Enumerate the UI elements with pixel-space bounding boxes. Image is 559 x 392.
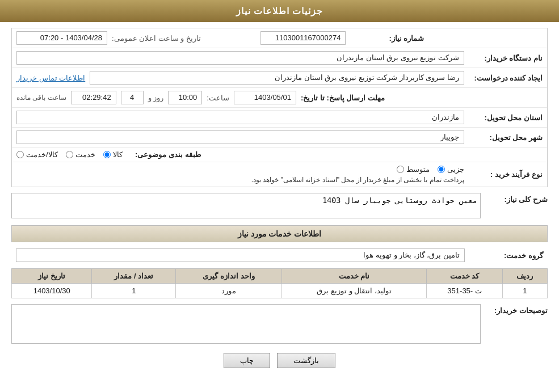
radio-kala-item: کالا bbox=[103, 150, 123, 159]
btn-print[interactable]: چاپ bbox=[224, 353, 270, 368]
nooe-farayand-row: نوع فرآیند خرید : متوسط جزیی پرداخت تمام… bbox=[12, 162, 547, 187]
radio-motevasset[interactable] bbox=[397, 166, 404, 173]
radio-jozee[interactable] bbox=[438, 166, 445, 173]
koll-desc: پرداخت تمام یا بخشی از مبلغ خریدار از مح… bbox=[16, 176, 464, 184]
mohlat-row: مهلت ارسال پاسخ: تا تاریخ: 1403/05/01 سا… bbox=[12, 88, 547, 108]
content-area: شماره نیاز: 1103001167000274 تاریخ و ساع… bbox=[0, 22, 559, 380]
page-wrapper: جزئیات اطلاعات نیاز شماره نیاز: 11030011… bbox=[0, 0, 559, 392]
shahr-value: جویبار bbox=[16, 130, 464, 144]
radio-khedmat[interactable] bbox=[66, 151, 73, 158]
table-body: 1ت -35-351تولید، انتقال و توزیع برقمورد1… bbox=[12, 284, 548, 298]
tosifat-textarea[interactable] bbox=[11, 304, 481, 344]
radio-jozee-item: جزیی bbox=[438, 165, 464, 174]
farayand-radio-group: متوسط جزیی bbox=[16, 165, 464, 174]
col-tarikh: تاریخ نیاز bbox=[12, 269, 92, 284]
mohlat-saat-label: ساعت: bbox=[207, 94, 229, 102]
mohlat-saat-mande: 02:29:42 bbox=[71, 91, 116, 104]
radio-kala-label: کالا bbox=[113, 150, 123, 159]
btn-back[interactable]: بازگشت bbox=[277, 353, 335, 368]
shahr-row: شهر محل تحویل: جویبار bbox=[12, 128, 547, 147]
ettelaat-tamas-link[interactable]: اطلاعات تماس خریدار bbox=[16, 74, 85, 82]
table-row: 1ت -35-351تولید، انتقال و توزیع برقمورد1… bbox=[12, 284, 548, 298]
cell-kod: ت -35-351 bbox=[427, 284, 502, 298]
radio-khedmat-label: خدمت bbox=[75, 150, 95, 159]
group-khadamat-value: تامین برق، گاز، بخار و تهویه هوا bbox=[16, 248, 465, 262]
ostan-value: مازندران bbox=[16, 111, 464, 124]
col-radif: ردیف bbox=[502, 269, 547, 284]
tabaqe-radio-group: کالا/خدمت خدمت کالا bbox=[16, 150, 123, 159]
radio-kala[interactable] bbox=[103, 151, 111, 158]
nam-dastgah-value: شرکت توزیع نیروی برق استان مازندران bbox=[16, 51, 464, 65]
tosifat-section: توصیحات خریدار: bbox=[11, 304, 548, 344]
col-vahed: واحد اندازه گیری bbox=[176, 269, 281, 284]
cell-nam: تولید، انتقال و توزیع برق bbox=[281, 284, 427, 298]
khadamat-table-section: ردیف کد خدمت نام خدمت واحد اندازه گیری ت… bbox=[11, 268, 548, 298]
cell-tarikh: 1403/10/30 bbox=[12, 284, 92, 298]
ejad-row: ایجاد کننده درخواست: رضا سروی کاربرداز ش… bbox=[12, 68, 547, 88]
cell-tedad: 1 bbox=[92, 284, 176, 298]
page-title: جزئیات اطلاعات نیاز bbox=[236, 6, 323, 16]
mohlat-roz-label: روز و bbox=[148, 94, 164, 102]
mohlat-saat: 10:00 bbox=[168, 91, 202, 104]
nam-dastgah-row: نام دستگاه خریدار: شرکت توزیع نیروی برق … bbox=[12, 48, 547, 68]
radio-jozee-label: جزیی bbox=[447, 165, 464, 174]
bottom-buttons: بازگشت چاپ bbox=[11, 353, 548, 368]
radio-khedmat-item: خدمت bbox=[66, 150, 95, 159]
shomara-niaz-value: 1103001167000274 bbox=[260, 31, 346, 45]
shahr-label: شهر محل تحویل: bbox=[469, 133, 543, 142]
page-header: جزئیات اطلاعات نیاز bbox=[0, 0, 559, 22]
tabaqe-label: طبقه بندی موضوعی: bbox=[127, 150, 201, 159]
tabaqe-row: طبقه بندی موضوعی: کالا/خدمت خدمت کالا bbox=[12, 147, 547, 162]
main-form-section: شماره نیاز: 1103001167000274 تاریخ و ساع… bbox=[11, 28, 548, 187]
group-khadamat-row: گروه خدمت: تامین برق، گاز، بخار و تهویه … bbox=[11, 246, 548, 265]
group-khadamat-label: گروه خدمت: bbox=[469, 251, 543, 260]
table-header-row: ردیف کد خدمت نام خدمت واحد اندازه گیری ت… bbox=[12, 269, 548, 284]
col-nam: نام خدمت bbox=[281, 269, 427, 284]
radio-kala-khedmat-label: کالا/خدمت bbox=[26, 150, 58, 159]
sharh-section: شرح کلی نیاز: معین حوادث روستایی جویبار … bbox=[11, 193, 548, 218]
sharh-label: شرح کلی نیاز: bbox=[485, 193, 548, 204]
cell-vahed: مورد bbox=[176, 284, 281, 298]
mohlat-roz: 4 bbox=[121, 91, 144, 104]
nooe-farayand-label: نوع فرآیند خرید : bbox=[469, 170, 543, 179]
tarikh-elan-value: 1403/04/28 - 07:20 bbox=[16, 31, 107, 45]
radio-kala-khedmat[interactable] bbox=[16, 151, 24, 158]
shomara-niaz-label: شماره نیاز: bbox=[350, 34, 424, 43]
col-tedad: تعداد / مقدار bbox=[92, 269, 176, 284]
ostan-label: استان محل تحویل: bbox=[469, 113, 543, 122]
ejad-value: رضا سروی کاربرداز شرکت توزیع نیروی برق ا… bbox=[90, 71, 464, 85]
tarikh-elan-label: تاریخ و ساعت اعلان عمومی: bbox=[112, 34, 201, 43]
mohlat-label: مهلت ارسال پاسخ: تا تاریخ: bbox=[301, 94, 385, 102]
cell-radif: 1 bbox=[502, 284, 547, 298]
nam-dastgah-label: نام دستگاه خریدار: bbox=[469, 54, 543, 62]
radio-motevasset-item: متوسط bbox=[397, 165, 430, 174]
khadamat-table: ردیف کد خدمت نام خدمت واحد اندازه گیری ت… bbox=[11, 268, 548, 298]
radio-motevasset-label: متوسط bbox=[406, 165, 430, 174]
mohlat-date: 1403/05/01 bbox=[234, 91, 296, 104]
shomara-row: شماره نیاز: 1103001167000274 تاریخ و ساع… bbox=[12, 28, 547, 48]
ostan-row: استان محل تحویل: مازندران bbox=[12, 108, 547, 128]
khadamat-section-title: اطلاعات خدمات مورد نیاز bbox=[11, 225, 548, 242]
col-kod: کد خدمت bbox=[427, 269, 502, 284]
mohlat-saat-mande-label: ساعت باقی مانده bbox=[16, 94, 66, 102]
sharh-textarea[interactable]: معین حوادث روستایی جویبار سال 1403 bbox=[11, 193, 481, 218]
radio-kala-khedmat-item: کالا/خدمت bbox=[16, 150, 58, 159]
tosifat-label: توصیحات خریدار: bbox=[485, 304, 548, 315]
ejad-label: ایجاد کننده درخواست: bbox=[469, 74, 543, 82]
